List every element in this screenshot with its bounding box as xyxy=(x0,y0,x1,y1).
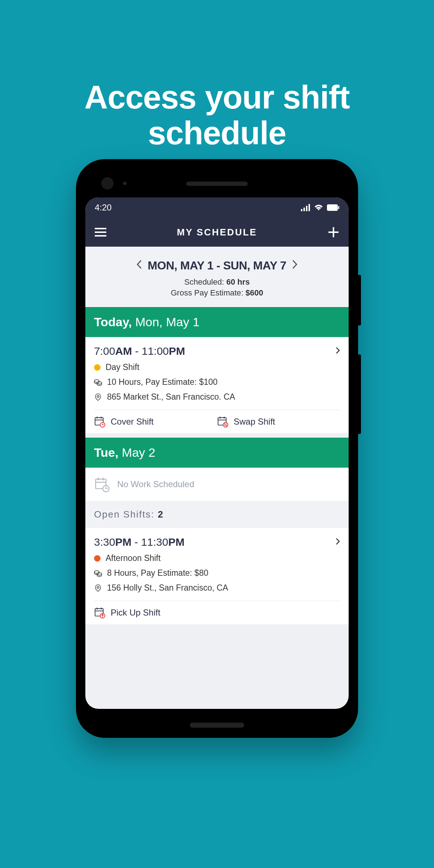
chevron-left-icon xyxy=(136,260,142,269)
svg-rect-2 xyxy=(306,206,307,211)
add-button[interactable] xyxy=(326,227,341,237)
shift-card[interactable]: 7:00AM - 11:00PM Day Shift 10 Hours, Pay… xyxy=(85,337,349,433)
swap-shift-button[interactable]: Swap Shift xyxy=(217,416,340,427)
open-shift-location: 156 Holly St., San Francisco, CA xyxy=(107,583,228,593)
svg-rect-10 xyxy=(328,231,339,233)
week-summary: MON, MAY 1 - SUN, MAY 7 Scheduled: 60 hr… xyxy=(85,247,349,307)
chevron-right-icon xyxy=(336,347,340,354)
svg-point-30 xyxy=(97,573,102,575)
status-time: 4:20 xyxy=(95,203,112,213)
coins-icon xyxy=(94,378,102,386)
shift-time: 7:00AM - 11:00PM xyxy=(94,345,185,357)
svg-rect-7 xyxy=(95,231,106,233)
svg-point-23 xyxy=(223,422,228,427)
device-frame: 4:20 MY SCHEDULE MON, MAY 1 - S xyxy=(76,159,358,738)
screen: 4:20 MY SCHEDULE MON, MAY 1 - S xyxy=(85,197,349,709)
location-pin-icon xyxy=(94,393,102,401)
shift-location: 865 Market St., San Francisco. CA xyxy=(107,392,235,402)
open-shift-card[interactable]: 3:30PM - 11:30PM Afternoon Shift 8 Hours… xyxy=(85,528,349,624)
svg-rect-4 xyxy=(327,204,338,211)
open-shift-name: Afternoon Shift xyxy=(106,553,161,563)
gross-pay-estimate: Gross Pay Estimate: $600 xyxy=(91,288,343,298)
chevron-right-icon xyxy=(336,538,340,545)
svg-rect-3 xyxy=(309,204,310,211)
signal-icon xyxy=(301,204,310,211)
shift-color-dot xyxy=(94,364,101,371)
week-range: MON, MAY 1 - SUN, MAY 7 xyxy=(148,259,286,272)
calendar-clock-icon xyxy=(94,416,106,427)
svg-point-31 xyxy=(97,586,99,588)
prev-week-button[interactable] xyxy=(136,260,142,272)
coins-icon xyxy=(94,569,102,577)
svg-rect-8 xyxy=(95,235,106,237)
location-pin-icon xyxy=(94,584,102,592)
no-work-row: No Work Scheduled xyxy=(85,468,349,501)
menu-button[interactable] xyxy=(93,228,108,237)
calendar-empty-icon xyxy=(94,476,110,492)
calendar-pickup-icon xyxy=(94,607,106,618)
shift-detail-chevron xyxy=(336,347,340,356)
next-week-button[interactable] xyxy=(292,260,298,272)
status-bar: 4:20 xyxy=(85,197,349,218)
pick-up-shift-button[interactable]: Pick Up Shift xyxy=(94,607,340,618)
cover-shift-button[interactable]: Cover Shift xyxy=(94,416,217,427)
battery-icon xyxy=(327,204,339,211)
shift-name: Day Shift xyxy=(106,362,139,372)
open-shift-hours-pay: 8 Hours, Pay Estimate: $80 xyxy=(107,568,208,578)
no-work-label: No Work Scheduled xyxy=(117,479,194,489)
calendar-swap-icon xyxy=(217,416,229,427)
open-shift-time: 3:30PM - 11:30PM xyxy=(94,536,184,548)
day-header-today: Today, Mon, May 1 xyxy=(85,307,349,337)
open-shifts-header: Open Shifts: 2 xyxy=(85,501,349,528)
plus-icon xyxy=(328,227,339,237)
chevron-right-icon xyxy=(292,260,298,269)
svg-point-13 xyxy=(97,395,99,397)
shift-hours-pay: 10 Hours, Pay Estimate: $100 xyxy=(107,377,218,387)
open-shift-chevron xyxy=(336,538,340,546)
navbar: MY SCHEDULE xyxy=(85,218,349,247)
promo-headline: Access your shift schedule xyxy=(0,0,434,151)
scheduled-hours: Scheduled: 60 hrs xyxy=(91,277,343,287)
shift-color-dot xyxy=(94,555,101,562)
wifi-icon xyxy=(314,204,323,211)
hamburger-icon xyxy=(95,228,106,237)
page-title: MY SCHEDULE xyxy=(108,227,326,238)
svg-rect-6 xyxy=(95,228,106,229)
svg-rect-0 xyxy=(301,209,302,211)
day-header-tue: Tue, May 2 xyxy=(85,438,349,468)
svg-rect-5 xyxy=(338,206,339,209)
svg-point-12 xyxy=(97,382,102,384)
svg-rect-1 xyxy=(303,208,305,211)
